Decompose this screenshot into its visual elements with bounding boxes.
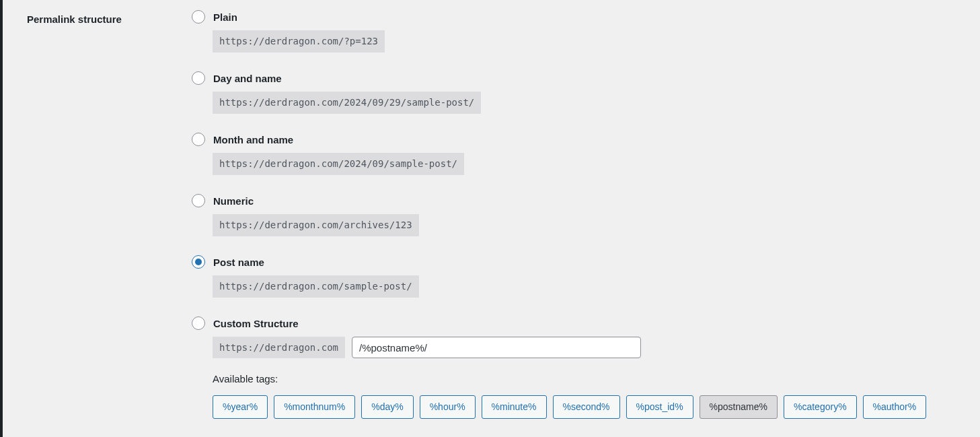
tag-day[interactable]: %day% — [361, 395, 413, 419]
custom-structure-input[interactable] — [352, 337, 641, 358]
radio-postname-label: Post name — [213, 257, 264, 268]
radio-dayname-label: Day and name — [213, 73, 282, 84]
option-plain: Plain https://derdragon.com/?p=123 — [192, 10, 973, 53]
radio-numeric-label: Numeric — [213, 195, 254, 207]
tags-row: %year% %monthnum% %day% %hour% %minute% … — [213, 395, 973, 419]
settings-content: Permalink structure Plain https://derdra… — [0, 0, 980, 437]
option-dayname: Day and name https://derdragon.com/2024/… — [192, 71, 973, 114]
available-tags-label: Available tags: — [213, 373, 973, 384]
radio-plain[interactable] — [192, 10, 205, 24]
custom-structure-row: https://derdragon.com — [213, 337, 973, 358]
radio-monthname-row[interactable]: Month and name — [192, 133, 973, 146]
example-monthname: https://derdragon.com/2024/09/sample-pos… — [213, 153, 464, 175]
radio-monthname-label: Month and name — [213, 134, 293, 145]
tag-monthnum[interactable]: %monthnum% — [274, 395, 355, 419]
radio-plain-row[interactable]: Plain — [192, 10, 973, 24]
radio-plain-label: Plain — [213, 11, 237, 23]
radio-numeric[interactable] — [192, 194, 205, 207]
section-label: Permalink structure — [27, 13, 122, 25]
radio-monthname[interactable] — [192, 133, 205, 146]
tag-minute[interactable]: %minute% — [482, 395, 547, 419]
tag-hour[interactable]: %hour% — [420, 395, 476, 419]
radio-dayname-row[interactable]: Day and name — [192, 71, 973, 85]
option-numeric: Numeric https://derdragon.com/archives/1… — [192, 194, 973, 236]
radio-custom-label: Custom Structure — [213, 318, 299, 329]
section-heading: Permalink structure — [0, 0, 185, 436]
form-table: Permalink structure Plain https://derdra… — [0, 0, 980, 436]
custom-prefix: https://derdragon.com — [213, 337, 345, 358]
example-plain: https://derdragon.com/?p=123 — [213, 30, 385, 53]
tag-year[interactable]: %year% — [213, 395, 268, 419]
radio-numeric-row[interactable]: Numeric — [192, 194, 973, 207]
options-cell: Plain https://derdragon.com/?p=123 Day a… — [185, 0, 980, 436]
option-postname: Post name https://derdragon.com/sample-p… — [192, 255, 973, 298]
example-postname: https://derdragon.com/sample-post/ — [213, 275, 419, 298]
example-numeric: https://derdragon.com/archives/123 — [213, 214, 419, 236]
radio-postname-row[interactable]: Post name — [192, 255, 973, 269]
option-custom: Custom Structure https://derdragon.com A… — [192, 316, 973, 419]
tag-category[interactable]: %category% — [784, 395, 857, 419]
radio-custom-row[interactable]: Custom Structure — [192, 316, 973, 330]
tag-second[interactable]: %second% — [553, 395, 620, 419]
tag-post_id[interactable]: %post_id% — [626, 395, 693, 419]
tag-postname[interactable]: %postname% — [700, 395, 778, 419]
example-dayname: https://derdragon.com/2024/09/29/sample-… — [213, 92, 481, 114]
radio-dayname[interactable] — [192, 71, 205, 85]
tag-author[interactable]: %author% — [863, 395, 927, 419]
admin-sidebar-edge — [0, 0, 3, 437]
radio-postname[interactable] — [192, 255, 205, 269]
option-monthname: Month and name https://derdragon.com/202… — [192, 133, 973, 175]
radio-custom[interactable] — [192, 316, 205, 330]
